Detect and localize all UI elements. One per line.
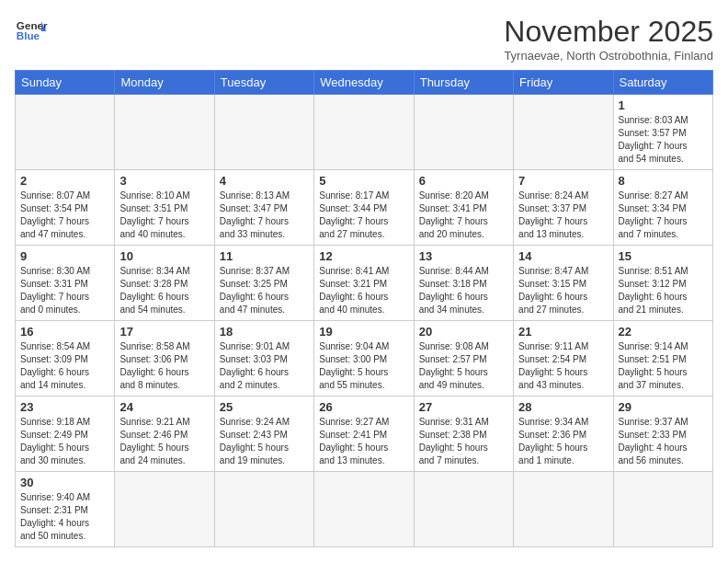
- location-subtitle: Tyrnaevae, North Ostrobothnia, Finland: [504, 49, 713, 63]
- day-number: 27: [419, 400, 508, 414]
- day-number: 13: [419, 249, 508, 263]
- calendar-day-cell: 17Sunrise: 8:58 AM Sunset: 3:06 PM Dayli…: [115, 321, 214, 396]
- day-number: 14: [518, 249, 608, 263]
- calendar-day-cell: 8Sunrise: 8:27 AM Sunset: 3:34 PM Daylig…: [613, 170, 712, 246]
- day-info: Sunrise: 9:04 AM Sunset: 3:00 PM Dayligh…: [319, 340, 408, 392]
- calendar-day-cell: 25Sunrise: 9:24 AM Sunset: 2:43 PM Dayli…: [214, 396, 313, 472]
- day-info: Sunrise: 9:40 AM Sunset: 2:31 PM Dayligh…: [20, 491, 109, 543]
- calendar-day-cell: 18Sunrise: 9:01 AM Sunset: 3:03 PM Dayli…: [214, 321, 313, 396]
- day-number: 23: [20, 400, 109, 414]
- calendar-day-cell: 1Sunrise: 8:03 AM Sunset: 3:57 PM Daylig…: [613, 95, 712, 170]
- calendar-day-cell: [414, 472, 513, 547]
- calendar-day-cell: 26Sunrise: 9:27 AM Sunset: 2:41 PM Dayli…: [314, 396, 414, 472]
- calendar-day-cell: [314, 95, 414, 170]
- day-info: Sunrise: 8:54 AM Sunset: 3:09 PM Dayligh…: [20, 340, 109, 392]
- day-info: Sunrise: 9:18 AM Sunset: 2:49 PM Dayligh…: [20, 416, 109, 467]
- day-info: Sunrise: 8:17 AM Sunset: 3:44 PM Dayligh…: [319, 190, 408, 241]
- day-info: Sunrise: 8:03 AM Sunset: 3:57 PM Dayligh…: [619, 114, 708, 166]
- day-number: 16: [20, 325, 109, 339]
- calendar-day-cell: 27Sunrise: 9:31 AM Sunset: 2:38 PM Dayli…: [414, 396, 513, 472]
- calendar-day-cell: 23Sunrise: 9:18 AM Sunset: 2:49 PM Dayli…: [16, 396, 115, 472]
- calendar-day-cell: 10Sunrise: 8:34 AM Sunset: 3:28 PM Dayli…: [115, 246, 214, 321]
- day-number: 21: [518, 325, 608, 339]
- day-info: Sunrise: 8:47 AM Sunset: 3:15 PM Dayligh…: [518, 265, 608, 316]
- calendar-day-header: Sunday: [16, 71, 115, 95]
- calendar-day-cell: 13Sunrise: 8:44 AM Sunset: 3:18 PM Dayli…: [414, 246, 513, 321]
- calendar-week-row: 16Sunrise: 8:54 AM Sunset: 3:09 PM Dayli…: [16, 321, 713, 396]
- day-number: 8: [619, 174, 708, 188]
- day-info: Sunrise: 9:01 AM Sunset: 3:03 PM Dayligh…: [220, 340, 309, 392]
- day-number: 11: [220, 249, 309, 263]
- day-info: Sunrise: 8:41 AM Sunset: 3:21 PM Dayligh…: [319, 265, 408, 316]
- calendar-week-row: 1Sunrise: 8:03 AM Sunset: 3:57 PM Daylig…: [16, 95, 713, 170]
- calendar-day-cell: 6Sunrise: 8:20 AM Sunset: 3:41 PM Daylig…: [414, 170, 513, 246]
- day-number: 5: [319, 174, 408, 188]
- calendar-day-cell: [514, 472, 613, 547]
- calendar: SundayMondayTuesdayWednesdayThursdayFrid…: [15, 70, 713, 547]
- day-info: Sunrise: 8:24 AM Sunset: 3:37 PM Dayligh…: [518, 190, 608, 241]
- calendar-day-cell: [414, 95, 513, 170]
- day-number: 9: [20, 249, 109, 263]
- day-info: Sunrise: 8:58 AM Sunset: 3:06 PM Dayligh…: [119, 340, 209, 392]
- page-header: General Blue November 2025 Tyrnaevae, No…: [15, 15, 713, 63]
- day-number: 12: [319, 249, 408, 263]
- calendar-day-cell: 12Sunrise: 8:41 AM Sunset: 3:21 PM Dayli…: [314, 246, 414, 321]
- calendar-day-cell: [16, 95, 115, 170]
- logo: General Blue: [15, 15, 48, 48]
- calendar-day-cell: 16Sunrise: 8:54 AM Sunset: 3:09 PM Dayli…: [16, 321, 115, 396]
- day-number: 6: [419, 174, 508, 188]
- calendar-day-header: Saturday: [613, 71, 712, 95]
- day-info: Sunrise: 8:44 AM Sunset: 3:18 PM Dayligh…: [419, 265, 508, 316]
- day-info: Sunrise: 8:10 AM Sunset: 3:51 PM Dayligh…: [119, 190, 209, 241]
- day-info: Sunrise: 8:51 AM Sunset: 3:12 PM Dayligh…: [619, 265, 708, 316]
- calendar-day-cell: 14Sunrise: 8:47 AM Sunset: 3:15 PM Dayli…: [514, 246, 613, 321]
- calendar-day-cell: [214, 95, 313, 170]
- svg-text:Blue: Blue: [17, 29, 40, 41]
- calendar-day-cell: [314, 472, 414, 547]
- calendar-day-cell: 9Sunrise: 8:30 AM Sunset: 3:31 PM Daylig…: [16, 246, 115, 321]
- calendar-day-cell: 24Sunrise: 9:21 AM Sunset: 2:46 PM Dayli…: [115, 396, 214, 472]
- calendar-day-cell: 28Sunrise: 9:34 AM Sunset: 2:36 PM Dayli…: [514, 396, 613, 472]
- day-info: Sunrise: 8:20 AM Sunset: 3:41 PM Dayligh…: [419, 190, 508, 241]
- day-info: Sunrise: 9:11 AM Sunset: 2:54 PM Dayligh…: [518, 340, 608, 392]
- calendar-week-row: 23Sunrise: 9:18 AM Sunset: 2:49 PM Dayli…: [16, 396, 713, 472]
- logo-icon: General Blue: [15, 15, 48, 48]
- calendar-day-cell: 7Sunrise: 8:24 AM Sunset: 3:37 PM Daylig…: [514, 170, 613, 246]
- calendar-day-header: Thursday: [414, 71, 513, 95]
- title-block: November 2025 Tyrnaevae, North Ostroboth…: [504, 15, 713, 63]
- day-number: 17: [119, 325, 209, 339]
- day-number: 29: [619, 400, 708, 414]
- calendar-header-row: SundayMondayTuesdayWednesdayThursdayFrid…: [16, 71, 713, 95]
- calendar-day-cell: 22Sunrise: 9:14 AM Sunset: 2:51 PM Dayli…: [613, 321, 712, 396]
- day-number: 28: [518, 400, 608, 414]
- calendar-day-header: Friday: [514, 71, 613, 95]
- calendar-day-cell: 30Sunrise: 9:40 AM Sunset: 2:31 PM Dayli…: [16, 472, 115, 547]
- calendar-day-cell: [115, 95, 214, 170]
- day-info: Sunrise: 8:13 AM Sunset: 3:47 PM Dayligh…: [220, 190, 309, 241]
- day-info: Sunrise: 9:24 AM Sunset: 2:43 PM Dayligh…: [220, 416, 309, 467]
- calendar-day-cell: [613, 472, 712, 547]
- day-info: Sunrise: 9:08 AM Sunset: 2:57 PM Dayligh…: [419, 340, 508, 392]
- day-number: 19: [319, 325, 408, 339]
- calendar-day-cell: [214, 472, 313, 547]
- calendar-day-header: Monday: [115, 71, 214, 95]
- day-info: Sunrise: 8:37 AM Sunset: 3:25 PM Dayligh…: [220, 265, 309, 316]
- day-info: Sunrise: 8:27 AM Sunset: 3:34 PM Dayligh…: [619, 190, 708, 241]
- day-number: 26: [319, 400, 408, 414]
- day-number: 20: [419, 325, 508, 339]
- day-info: Sunrise: 9:34 AM Sunset: 2:36 PM Dayligh…: [518, 416, 608, 467]
- day-info: Sunrise: 9:21 AM Sunset: 2:46 PM Dayligh…: [119, 416, 209, 467]
- calendar-day-cell: 15Sunrise: 8:51 AM Sunset: 3:12 PM Dayli…: [613, 246, 712, 321]
- day-number: 3: [119, 174, 209, 188]
- calendar-week-row: 2Sunrise: 8:07 AM Sunset: 3:54 PM Daylig…: [16, 170, 713, 246]
- day-number: 25: [220, 400, 309, 414]
- day-number: 10: [119, 249, 209, 263]
- day-number: 2: [20, 174, 109, 188]
- day-info: Sunrise: 9:37 AM Sunset: 2:33 PM Dayligh…: [619, 416, 708, 467]
- calendar-day-cell: [514, 95, 613, 170]
- calendar-day-cell: 11Sunrise: 8:37 AM Sunset: 3:25 PM Dayli…: [214, 246, 313, 321]
- day-info: Sunrise: 8:07 AM Sunset: 3:54 PM Dayligh…: [20, 190, 109, 241]
- calendar-day-cell: [115, 472, 214, 547]
- calendar-day-cell: 2Sunrise: 8:07 AM Sunset: 3:54 PM Daylig…: [16, 170, 115, 246]
- day-info: Sunrise: 9:27 AM Sunset: 2:41 PM Dayligh…: [319, 416, 408, 467]
